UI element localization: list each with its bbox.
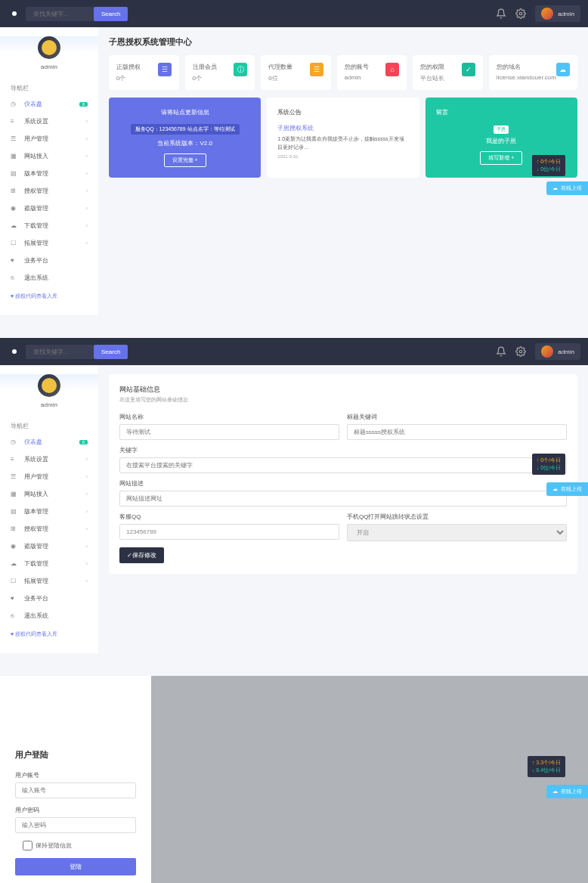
- nav-label: 授权管理: [24, 525, 48, 533]
- site-name-input[interactable]: [119, 424, 339, 440]
- sidebar-item-1[interactable]: ≡系统设置›: [0, 451, 98, 468]
- sidebar-item-1[interactable]: ≡系统设置›: [0, 113, 98, 130]
- sidebar-item-3[interactable]: ▦网站接入›: [0, 485, 98, 503]
- stat-value: admin: [345, 74, 369, 81]
- nav-icon: ☰: [11, 473, 20, 480]
- nav-icon: ☰: [11, 135, 20, 142]
- sidebar-item-9[interactable]: ♥业务平台: [0, 252, 98, 269]
- stat-value: 0个: [193, 74, 217, 82]
- sidebar-item-6[interactable]: ◉盗版管理›: [0, 200, 98, 217]
- nav-label: 版本管理: [24, 169, 48, 178]
- hero-panel: I love the color! It's a elegant templat…: [151, 676, 588, 883]
- qq-input[interactable]: [119, 524, 339, 540]
- remember-label: 保持登陆信息: [36, 841, 72, 850]
- sidebar-item-5[interactable]: ⊞授权管理›: [0, 182, 98, 200]
- sidebar-item-10[interactable]: ⎋退出系统: [0, 269, 98, 287]
- chevron-right-icon: ›: [86, 171, 88, 176]
- sidebar-item-4[interactable]: ▤版本管理›: [0, 165, 98, 182]
- mobile-qq-select[interactable]: 开启: [347, 524, 567, 541]
- chevron-right-icon: ›: [86, 561, 88, 566]
- nav-label: 下载管理: [24, 559, 48, 568]
- site-settings-form: 网站基础信息 在这里填写您的网站基础信息 网站名称 标题关键词 关键字: [109, 374, 577, 574]
- nav-icon: ◷: [11, 101, 20, 107]
- title-keyword-input[interactable]: [347, 424, 567, 440]
- main-content: 子恩授权系统管理中心 正版授权0个☰注册会员0个ⓘ代理数量0位☰您的账号admi…: [98, 27, 588, 315]
- bell-icon[interactable]: [496, 8, 506, 19]
- gear-icon[interactable]: [515, 346, 526, 357]
- stat-card-4: 您的权限平台站长✓: [413, 55, 483, 90]
- sidebar-item-0[interactable]: ◷仪表盘0: [0, 95, 98, 113]
- sidebar-item-0[interactable]: ◷仪表盘0: [0, 433, 98, 451]
- sidebar-footer-link[interactable]: ♥ 授权代码查看入库: [0, 287, 98, 306]
- nav-badge: 0: [79, 440, 88, 445]
- live-chat-button[interactable]: ☁ 在线上传: [546, 181, 588, 195]
- search-box: Search: [26, 7, 128, 21]
- nav-label: 用户管理: [24, 472, 48, 481]
- sidebar-item-6[interactable]: ◉盗版管理›: [0, 538, 98, 555]
- sidebar-item-3[interactable]: ▦网站接入›: [0, 147, 98, 165]
- settings-screenshot: Search admin admin 导航栏 ◷仪表盘0≡系统设置›☰用户管理›…: [0, 338, 588, 653]
- search-input[interactable]: [26, 7, 94, 21]
- dashboard-screenshot: Search admin admin 导航栏 ◷仪表盘0≡系统设置›☰用户管理›…: [0, 0, 588, 315]
- password-input[interactable]: [15, 817, 136, 833]
- chevron-right-icon: ›: [86, 509, 88, 514]
- nav-label: 版本管理: [24, 507, 48, 516]
- nav-label: 仪表盘: [24, 438, 42, 446]
- sidebar-item-2[interactable]: ☰用户管理›: [0, 468, 98, 485]
- stat-label: 您的账号: [345, 63, 369, 71]
- sidebar-item-7[interactable]: ☁下载管理›: [0, 555, 98, 572]
- info-tag: 服务QQ：123456789 站点名字：等待测试: [131, 124, 240, 135]
- settings-button[interactable]: 设置完整 +: [164, 153, 206, 167]
- stat-value: license.xiandouer.com: [497, 74, 556, 81]
- search-button[interactable]: Search: [94, 7, 128, 21]
- search-button[interactable]: Search: [94, 345, 128, 359]
- announcement-link[interactable]: 子恩授权系统: [277, 124, 408, 132]
- login-screenshot: 用户登陆 用户账号 用户密码 保持登陆信息 登陆 I love the colo…: [0, 676, 588, 883]
- live-chat-button[interactable]: ☁ 在线上传: [546, 785, 588, 798]
- stat-label: 代理数量: [268, 63, 292, 71]
- remember-checkbox[interactable]: 保持登陆信息: [23, 841, 136, 850]
- login-button[interactable]: 登陆: [15, 858, 136, 875]
- password-label: 用户密码: [15, 806, 136, 814]
- panel-title: 留言: [436, 108, 567, 116]
- search-input[interactable]: [26, 345, 94, 359]
- sidebar-item-5[interactable]: ⊞授权管理›: [0, 520, 98, 538]
- remember-checkbox-input[interactable]: [23, 841, 32, 850]
- username-input[interactable]: [15, 782, 136, 798]
- stat-icon: ⓘ: [234, 63, 247, 76]
- username-label: 用户账号: [15, 771, 136, 779]
- sidebar-item-8[interactable]: ☐拓展管理›: [0, 234, 98, 252]
- sidebar-item-9[interactable]: ♥业务平台: [0, 590, 98, 607]
- nav-icon: ♥: [11, 257, 20, 264]
- announcement-text: 1.0更新为让我喜欢自我接受不止步，接触sssss开发项目更好记录...: [277, 135, 408, 151]
- save-button[interactable]: ✓保存修改: [119, 547, 164, 563]
- avatar-icon: [38, 36, 60, 59]
- sidebar-item-8[interactable]: ☐拓展管理›: [0, 572, 98, 590]
- sidebar-item-4[interactable]: ▤版本管理›: [0, 503, 98, 520]
- chevron-right-icon: ›: [86, 491, 88, 497]
- user-menu[interactable]: admin: [535, 5, 580, 22]
- nav-label: 拓展管理: [24, 577, 48, 585]
- floating-stats: ↑ 0个/今日 ↓ 0位/今日: [532, 155, 565, 176]
- keyword-label: 关键字: [119, 446, 567, 454]
- live-chat-button[interactable]: ☁ 在线上传: [546, 482, 588, 496]
- title-keyword-label: 标题关键词: [347, 413, 567, 421]
- mobile-qq-label: 手机QQ打开网站跳转状态设置: [347, 513, 567, 521]
- description-input[interactable]: [119, 491, 567, 507]
- nav-icon: ⎋: [11, 612, 20, 619]
- keyword-input[interactable]: [119, 457, 567, 473]
- nav-icon: ☐: [11, 240, 20, 246]
- window-dot: [12, 11, 17, 16]
- avatar-icon: [541, 345, 553, 358]
- sidebar-item-10[interactable]: ⎋退出系统: [0, 607, 98, 624]
- sidebar-item-2[interactable]: ☰用户管理›: [0, 130, 98, 147]
- sidebar: admin 导航栏 ◷仪表盘0≡系统设置›☰用户管理›▦网站接入›▤版本管理›⊞…: [0, 365, 98, 653]
- gear-icon[interactable]: [515, 8, 526, 19]
- sidebar-item-7[interactable]: ☁下载管理›: [0, 217, 98, 234]
- cloud-icon: ☁: [552, 185, 558, 191]
- add-message-button[interactable]: 填写新增 +: [480, 151, 522, 165]
- bell-icon[interactable]: [496, 346, 506, 357]
- sidebar-footer-link[interactable]: ♥ 授权代码查看入库: [0, 624, 98, 644]
- stat-card-2: 代理数量0位☰: [261, 55, 331, 90]
- user-menu[interactable]: admin: [535, 343, 580, 360]
